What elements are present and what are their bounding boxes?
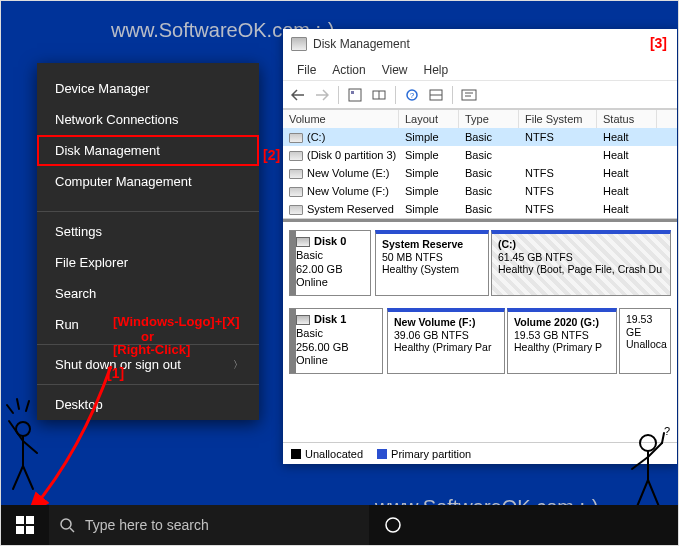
search-placeholder: Type here to search bbox=[85, 517, 209, 533]
volume-icon bbox=[289, 151, 303, 161]
svg-line-19 bbox=[26, 401, 29, 411]
legend-label: Unallocated bbox=[305, 448, 363, 460]
svg-point-11 bbox=[16, 422, 30, 436]
help-button[interactable]: ? bbox=[401, 84, 423, 106]
svg-line-15 bbox=[13, 466, 23, 489]
svg-rect-8 bbox=[462, 90, 476, 100]
winx-desktop[interactable]: Desktop bbox=[37, 389, 259, 420]
table-row[interactable]: System ReservedSimpleBasicNTFSHealt bbox=[283, 200, 677, 218]
col-volume[interactable]: Volume bbox=[283, 110, 399, 128]
svg-point-32 bbox=[61, 519, 71, 529]
disk-management-icon bbox=[291, 37, 307, 51]
disk-info[interactable]: Disk 0Basic62.00 GBOnline bbox=[289, 230, 371, 296]
svg-line-17 bbox=[7, 405, 13, 413]
legend-unallocated: Unallocated bbox=[291, 448, 363, 460]
table-header: Volume Layout Type File System Status bbox=[283, 110, 677, 128]
toolbar-separator bbox=[395, 86, 396, 104]
search-icon bbox=[59, 517, 75, 533]
window-titlebar: Disk Management [3] bbox=[283, 29, 677, 59]
disk-graphical-view: Disk 0Basic62.00 GBOnlineSystem Reserve5… bbox=[283, 219, 677, 442]
winx-item[interactable]: Search bbox=[37, 278, 259, 309]
svg-text:?: ? bbox=[410, 91, 415, 100]
cortana-button[interactable] bbox=[369, 505, 417, 545]
disk-management-window: Disk Management [3] File Action View Hel… bbox=[283, 29, 677, 464]
window-title: Disk Management bbox=[313, 37, 410, 51]
winx-item[interactable]: Network Connections bbox=[37, 104, 259, 135]
annotation-3: [3] bbox=[650, 35, 667, 51]
toolbar-separator bbox=[452, 86, 453, 104]
col-filesystem[interactable]: File System bbox=[519, 110, 597, 128]
partition[interactable]: 19.53 GEUnalloca bbox=[619, 308, 671, 374]
toolbar-btn[interactable] bbox=[425, 84, 447, 106]
disk-icon bbox=[296, 315, 310, 325]
table-row[interactable]: (Disk 0 partition 3)SimpleBasicHealt bbox=[283, 146, 677, 164]
partition[interactable]: (C:)61.45 GB NTFSHealthy (Boot, Page Fil… bbox=[491, 230, 671, 296]
volume-icon bbox=[289, 169, 303, 179]
table-row[interactable]: New Volume (E:)SimpleBasicNTFSHealt bbox=[283, 164, 677, 182]
table-row[interactable]: (C:)SimpleBasicNTFSHealt bbox=[283, 128, 677, 146]
svg-rect-0 bbox=[349, 89, 361, 101]
winx-item[interactable]: Computer Management bbox=[37, 166, 259, 197]
svg-rect-30 bbox=[16, 526, 24, 534]
volume-icon bbox=[289, 133, 303, 143]
disk-icon bbox=[296, 237, 310, 247]
svg-line-14 bbox=[23, 441, 37, 453]
svg-rect-29 bbox=[26, 516, 34, 524]
volume-icon bbox=[289, 187, 303, 197]
disk-row: Disk 1Basic256.00 GBOnlineNew Volume (F:… bbox=[289, 308, 671, 374]
table-row[interactable]: New Volume (F:)SimpleBasicNTFSHealt bbox=[283, 182, 677, 200]
menu-bar: File Action View Help bbox=[283, 59, 677, 81]
toolbar-btn[interactable] bbox=[368, 84, 390, 106]
svg-point-34 bbox=[386, 518, 400, 532]
volume-table: Volume Layout Type File System Status (C… bbox=[283, 109, 677, 219]
start-button[interactable] bbox=[1, 505, 49, 545]
menu-view[interactable]: View bbox=[374, 61, 416, 79]
nav-forward-button[interactable] bbox=[311, 84, 333, 106]
chevron-right-icon: 〉 bbox=[233, 358, 243, 372]
legend-primary: Primary partition bbox=[377, 448, 471, 460]
menu-help[interactable]: Help bbox=[416, 61, 457, 79]
winx-item[interactable]: Settings bbox=[37, 216, 259, 247]
svg-rect-31 bbox=[26, 526, 34, 534]
winx-item[interactable] bbox=[37, 197, 259, 207]
toolbar: ? bbox=[283, 81, 677, 109]
taskbar: Type here to search bbox=[1, 505, 678, 545]
partition[interactable]: New Volume (F:)39.06 GB NTFSHealthy (Pri… bbox=[387, 308, 505, 374]
toolbar-btn[interactable] bbox=[458, 84, 480, 106]
winx-item[interactable]: Device Manager bbox=[37, 73, 259, 104]
partition[interactable]: System Reserve50 MB NTFSHealthy (System bbox=[375, 230, 489, 296]
svg-line-33 bbox=[70, 528, 74, 532]
menu-action[interactable]: Action bbox=[324, 61, 373, 79]
disk-info[interactable]: Disk 1Basic256.00 GBOnline bbox=[289, 308, 383, 374]
partition[interactable]: Volume 2020 (G:)19.53 GB NTFSHealthy (Pr… bbox=[507, 308, 617, 374]
svg-line-18 bbox=[17, 399, 19, 409]
volume-icon bbox=[289, 205, 303, 215]
annotation-2: [2] bbox=[263, 147, 280, 163]
svg-rect-28 bbox=[16, 516, 24, 524]
winx-item[interactable]: Run bbox=[37, 309, 259, 340]
legend-label: Primary partition bbox=[391, 448, 471, 460]
winx-shutdown[interactable]: Shut down or sign out〉 bbox=[37, 349, 259, 380]
col-type[interactable]: Type bbox=[459, 110, 519, 128]
winx-menu: Device ManagerNetwork ConnectionsDisk Ma… bbox=[37, 63, 259, 420]
disk-row: Disk 0Basic62.00 GBOnlineSystem Reserve5… bbox=[289, 230, 671, 296]
taskbar-search[interactable]: Type here to search bbox=[49, 505, 369, 545]
toolbar-separator bbox=[338, 86, 339, 104]
windows-logo-icon bbox=[16, 516, 34, 534]
svg-line-13 bbox=[9, 421, 23, 441]
svg-rect-1 bbox=[351, 91, 354, 94]
menu-file[interactable]: File bbox=[289, 61, 324, 79]
col-layout[interactable]: Layout bbox=[399, 110, 459, 128]
winx-item[interactable]: Disk Management bbox=[37, 135, 259, 166]
toolbar-btn[interactable] bbox=[344, 84, 366, 106]
col-status[interactable]: Status bbox=[597, 110, 657, 128]
legend: Unallocated Primary partition bbox=[283, 442, 677, 464]
svg-line-16 bbox=[23, 466, 33, 489]
nav-back-button[interactable] bbox=[287, 84, 309, 106]
winx-item[interactable]: File Explorer bbox=[37, 247, 259, 278]
